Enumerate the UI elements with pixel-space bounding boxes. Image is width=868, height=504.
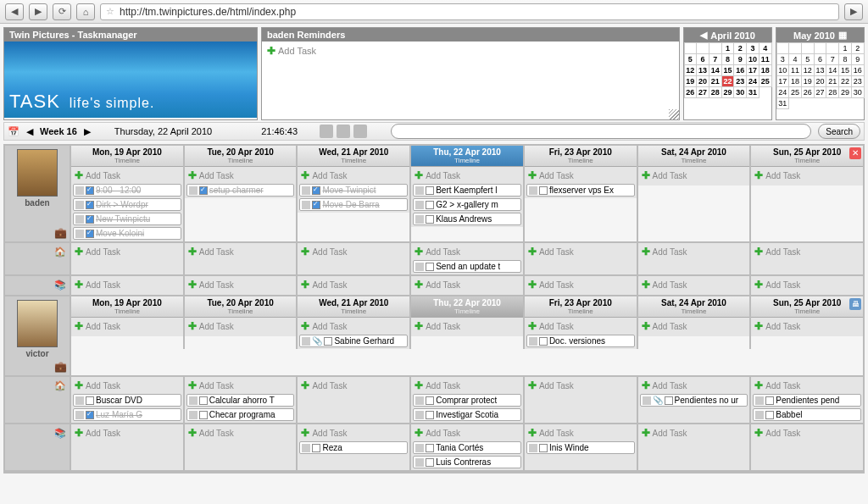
add-task-button[interactable]: ✚Add Task	[526, 426, 635, 440]
task-item[interactable]: Move Koloini	[73, 227, 181, 240]
day-header[interactable]: Sat, 24 Apr 2010Timeline	[638, 146, 750, 167]
calendar-day[interactable]: 3	[746, 42, 760, 54]
reminders-add-task[interactable]: ✚Add Task	[262, 42, 679, 60]
add-task-button[interactable]: ✚Add Task	[526, 278, 635, 291]
task-item[interactable]: New Twinpictu	[73, 213, 181, 225]
task-checkbox[interactable]	[86, 201, 94, 209]
task-item[interactable]: Luis Contreras	[413, 456, 521, 468]
add-task-button[interactable]: ✚Add Task	[73, 245, 181, 258]
calendar-day[interactable]: 19	[684, 75, 698, 87]
lane-icon[interactable]: 🏠	[5, 243, 71, 274]
calendar-day[interactable]: 5	[684, 53, 698, 65]
add-task-button[interactable]: ✚Add Task	[73, 278, 181, 291]
calendar-day[interactable]: 24	[776, 86, 790, 98]
task-item[interactable]: Send an update t	[413, 260, 521, 273]
task-item[interactable]: Buscar DVD	[73, 394, 181, 407]
day-header[interactable]: Thu, 22 Apr 2010Timeline	[411, 146, 523, 167]
calendar-day[interactable]: 9	[851, 53, 865, 65]
close-icon[interactable]: ✕	[849, 147, 861, 159]
reload-button[interactable]: ⟳	[53, 3, 71, 20]
add-task-button[interactable]: ✚Add Task	[413, 169, 521, 182]
back-button[interactable]: ◀	[5, 3, 24, 20]
add-task-button[interactable]: ✚Add Task	[526, 245, 635, 258]
task-checkbox[interactable]	[86, 230, 94, 238]
add-task-button[interactable]: ✚Add Task	[299, 278, 408, 291]
calendar-day[interactable]: 27	[814, 86, 827, 98]
task-checkbox[interactable]	[312, 444, 320, 452]
add-task-button[interactable]: ✚Add Task	[299, 319, 408, 333]
task-item[interactable]: Move Twinpict	[299, 184, 408, 197]
add-task-button[interactable]: ✚Add Task	[413, 426, 521, 440]
add-task-button[interactable]: ✚Add Task	[753, 319, 861, 333]
task-item[interactable]: Dirk > Wordpr	[73, 198, 181, 211]
add-task-button[interactable]: ✚Add Task	[186, 169, 295, 182]
day-header[interactable]: Thu, 22 Apr 2010Timeline	[411, 296, 523, 318]
add-task-button[interactable]: ✚Add Task	[299, 379, 408, 392]
resize-handle-icon[interactable]	[669, 109, 679, 119]
task-item[interactable]: Babbel	[753, 408, 861, 421]
calendar-day[interactable]: 15	[838, 64, 852, 76]
task-checkbox[interactable]	[199, 411, 208, 419]
calendar-day[interactable]: 22	[838, 75, 852, 87]
calendar-day[interactable]: 31	[746, 86, 760, 98]
task-checkbox[interactable]	[426, 201, 434, 209]
calendar-day[interactable]: 18	[788, 75, 802, 87]
day-header[interactable]: Sun, 25 Apr 2010Timeline	[751, 296, 863, 318]
calendar-day[interactable]: 8	[721, 53, 735, 65]
day-header[interactable]: Fri, 23 Apr 2010Timeline	[525, 296, 637, 318]
calendar-day[interactable]: 25	[788, 86, 802, 98]
task-item[interactable]: Checar programa	[186, 408, 295, 421]
task-checkbox[interactable]	[86, 411, 94, 419]
calendar-day[interactable]: 23	[851, 75, 865, 87]
task-checkbox[interactable]	[312, 186, 320, 195]
date-picker-icon[interactable]: 📅	[8, 126, 19, 137]
add-task-button[interactable]: ✚Add Task	[413, 379, 521, 392]
search-button[interactable]: Search	[818, 124, 860, 139]
task-checkbox[interactable]	[426, 458, 434, 467]
avatar[interactable]	[17, 300, 58, 347]
task-checkbox[interactable]	[426, 444, 434, 452]
calendar-day[interactable]: 12	[684, 64, 698, 76]
calendar-day[interactable]: 10	[746, 53, 760, 65]
task-checkbox[interactable]	[426, 263, 434, 271]
calendar-day[interactable]: 18	[759, 64, 772, 76]
calendar-day[interactable]: 26	[801, 86, 815, 98]
calendar-day[interactable]: 6	[814, 53, 827, 65]
lane-icon[interactable]: 💼	[52, 224, 70, 241]
day-header[interactable]: Wed, 21 Apr 2010Timeline	[298, 146, 409, 167]
star-icon[interactable]: ☆	[106, 6, 114, 17]
home-button[interactable]: ⌂	[76, 3, 95, 20]
day-header[interactable]: Sun, 25 Apr 2010Timeline	[751, 146, 863, 167]
add-task-button[interactable]: ✚Add Task	[73, 319, 181, 333]
day-header[interactable]: Mon, 19 Apr 2010Timeline	[71, 146, 183, 167]
add-task-button[interactable]: ✚Add Task	[186, 426, 295, 440]
calendar-day[interactable]: 1	[838, 42, 852, 54]
add-task-button[interactable]: ✚Add Task	[413, 245, 521, 258]
task-checkbox[interactable]	[426, 411, 434, 419]
calendar-day[interactable]: 5	[801, 53, 815, 65]
add-task-button[interactable]: ✚Add Task	[73, 379, 181, 392]
calendar-day[interactable]: 7	[826, 53, 839, 65]
task-item[interactable]: G2 > x-gallery m	[413, 198, 521, 211]
calendar-day[interactable]: 20	[696, 75, 709, 87]
task-item[interactable]: Reza	[299, 441, 408, 454]
search-input[interactable]	[391, 124, 811, 139]
calendar-day[interactable]: 24	[746, 75, 760, 87]
add-task-button[interactable]: ✚Add Task	[299, 245, 408, 258]
task-checkbox[interactable]	[86, 396, 94, 405]
calendar-day[interactable]: 7	[709, 53, 722, 65]
task-item[interactable]: Investigar Scotia	[413, 408, 521, 421]
task-item[interactable]: Bert Kaempfert l	[413, 184, 521, 197]
calendar-day[interactable]: 11	[788, 64, 802, 76]
week-prev-button[interactable]: ◀	[26, 126, 33, 137]
tool-icon-2[interactable]	[337, 125, 350, 138]
add-task-button[interactable]: ✚Add Task	[413, 278, 521, 291]
task-item[interactable]: Inis Winde	[526, 441, 635, 454]
day-header[interactable]: Fri, 23 Apr 2010Timeline	[525, 146, 637, 167]
task-checkbox[interactable]	[765, 396, 774, 405]
task-checkbox[interactable]	[86, 186, 94, 195]
task-item[interactable]: Tania Cortés	[413, 441, 521, 454]
calendar-day[interactable]: 22	[721, 75, 735, 87]
calendar-day[interactable]: 19	[801, 75, 815, 87]
task-checkbox[interactable]	[426, 396, 434, 405]
